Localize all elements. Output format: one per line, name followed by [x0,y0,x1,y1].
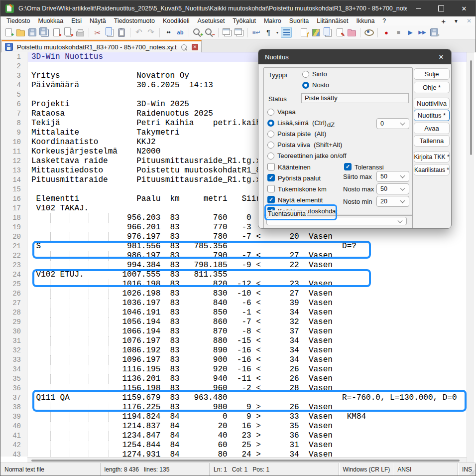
checkbox-pyorista-paalut[interactable]: ✓ [267,174,275,181]
close-all-icon[interactable]: ● [63,27,74,38]
button-ohje[interactable]: Ohje * [414,82,450,93]
macro-stop-icon[interactable]: ■ [393,27,404,38]
document-list-icon[interactable] [322,27,333,38]
word-wrap-icon[interactable]: ≡↵ [251,27,262,38]
macro-save-icon[interactable]: ● [429,27,440,38]
checkbox-label-kaanteinen: Käänteinen [278,163,311,171]
button-nuottiviiva[interactable]: Nuottiviiva [414,98,450,109]
menu-makro[interactable]: Makro [260,17,285,24]
checkbox-nayta-elementit[interactable]: ✓ [267,196,275,203]
toolbar-separator [130,28,130,37]
redo-icon[interactable]: ↷ [145,27,156,38]
menu-liitannaiset[interactable]: Liitännäiset [313,17,352,24]
folder-as-workspace-icon[interactable]: ✎ [334,27,345,38]
macro-record-icon[interactable]: ● [381,27,392,38]
code-line: 1036.197 83 840 -6 < 39 Vasen [28,299,467,308]
button-nuotitus[interactable]: Nuotitus * [414,110,450,121]
pin-tab-icon[interactable] [180,43,188,51]
button-tallenna[interactable]: Tallenna [414,135,450,147]
menu-tyokalut[interactable]: Työkalut [229,17,260,24]
code-line: 1136.201 83 940 -11 < 26 Vasen [28,374,467,384]
menu-close-tab-button[interactable]: ✕ [467,17,472,24]
line-number: 36 [0,384,27,393]
open-file-icon[interactable] [15,27,26,38]
macro-run-multiple-icon[interactable]: ▶▶ [417,27,428,38]
dropdown-tuentasuunta[interactable] [266,217,407,225]
find-icon[interactable]: ●● [163,27,174,38]
menu-suorita[interactable]: Suorita [285,17,313,24]
indent-guide [108,450,109,457]
dropdown-siirto-max[interactable]: 50 [376,171,409,182]
new-tab-button[interactable]: + [441,17,446,25]
monitoring-icon[interactable] [363,27,374,38]
new-file-icon[interactable]: + [3,27,14,38]
line-number: 37 [0,393,27,403]
paste-icon[interactable] [116,27,127,38]
chevron-down-icon [398,218,403,223]
sync-vertical-scroll-icon[interactable] [222,27,233,38]
indent-guide [50,365,51,374]
menu-nayta[interactable]: Näytä [86,17,110,24]
dropdown-dz[interactable]: 0 [376,118,409,129]
cut-icon[interactable]: ✂ [92,27,103,38]
button-kirjoita-tkk[interactable]: Kirjoita TKK * [414,151,450,162]
radio-poista-piste-alt[interactable] [267,131,274,138]
indent-guide [108,431,109,441]
close-button[interactable]: ✕ [453,0,476,16]
save-icon[interactable] [27,27,38,38]
maximize-button[interactable] [430,0,453,16]
radio-lisaa-siirra-ctrl[interactable] [267,120,274,127]
button-kaarilistaus[interactable]: Kaarilistaus * [414,164,450,175]
menu-item[interactable]: ? [378,17,390,24]
menu-koodikieli[interactable]: Koodikieli [159,17,194,24]
replace-icon[interactable]: ab [175,27,186,38]
undo-icon[interactable]: ↶ [133,27,144,38]
menu-etsi[interactable]: Etsi [67,17,86,24]
vertical-scrollbar-thumb[interactable] [470,60,472,155]
dropdown-nosto-max[interactable]: 50 [376,183,409,194]
dialog-close-button[interactable]: ✕ [431,49,451,64]
show-all-characters-icon[interactable]: ¶ [263,27,274,38]
status-segment-windows-cr-lf: Windows (CR LF) [339,463,393,476]
radio-siirto[interactable] [302,71,309,78]
radio-nosto[interactable] [302,82,309,89]
radio-teoreettinen-jatke-on-off[interactable] [267,153,274,159]
print-icon[interactable] [75,27,86,38]
tab-active[interactable]: Poistettu muutoskohdatR1_83+700 - 85+700… [1,40,202,52]
dropdown-nosto-min[interactable]: 20 [376,196,409,207]
save-all-icon[interactable] [39,27,50,38]
checkbox-toleranssi[interactable]: ✓ [344,163,352,170]
checkbox-kaanteinen[interactable] [267,163,275,170]
menu-asetukset[interactable]: Asetukset [193,17,229,24]
button-sulje[interactable]: Sulje [414,68,450,80]
menu-tiedosto[interactable]: Tiedosto [2,17,34,24]
close-tab-button[interactable]: ✕ [192,44,198,50]
function-list-icon[interactable]: ƒ [298,27,309,38]
zoom-in-icon[interactable]: + [192,27,203,38]
project-panel-icon[interactable] [346,27,357,38]
macro-play-icon[interactable]: ▶ [405,27,416,38]
resize-grip[interactable] [470,470,475,475]
button-avaa[interactable]: Avaa [414,123,450,134]
indent-guide-icon[interactable] [281,27,292,38]
sync-horizontal-scroll-icon[interactable] [234,27,244,38]
horizontal-scrollbar-thumb[interactable] [31,460,460,462]
dialog-title-bar[interactable]: Nuotitus ✕ [258,49,451,64]
menu-tiedostomuoto[interactable]: Tiedostomuoto [110,17,159,24]
menu-ikkuna[interactable]: Ikkuna [353,17,379,24]
checkbox-tukemiskone-km[interactable] [267,185,275,192]
radio-vapaa[interactable] [267,109,274,116]
line-number: 35 [0,374,27,384]
tab-list-button[interactable]: ▼ [454,18,459,24]
copy-icon[interactable] [104,27,115,38]
radio-poista-viiva-shift-alt[interactable] [267,142,274,149]
show-all-characters-dropdown-icon[interactable]: ▼ [275,27,280,38]
indent-guide [50,327,51,336]
menu-muokkaa[interactable]: Muokkaa [34,17,67,24]
minimize-button[interactable] [407,0,430,16]
document-map-icon[interactable] [310,27,321,38]
code-line: 1056.194 83 860 -7 < 32 Vasen [28,317,467,327]
zoom-out-icon[interactable]: − [204,27,215,38]
vertical-scrollbar[interactable] [467,52,474,464]
close-file-icon[interactable]: ● [51,27,62,38]
